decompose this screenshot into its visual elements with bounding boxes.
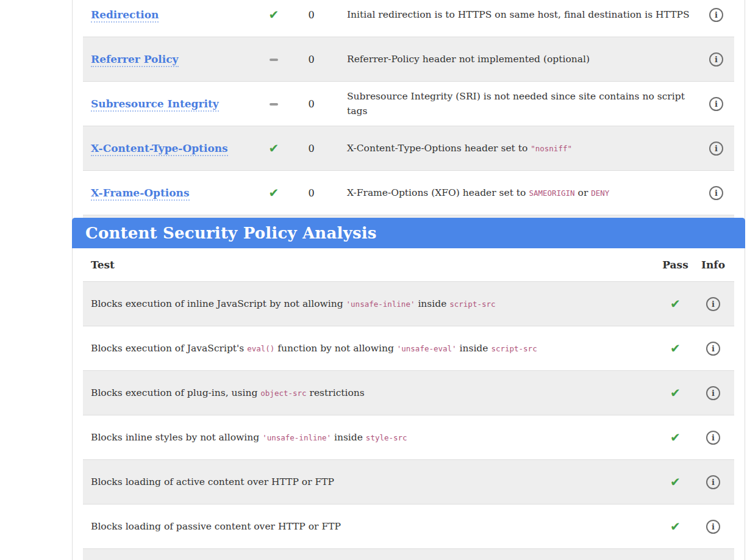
info-icon[interactable]: i [706,342,720,356]
score-table-row: X-Content-Type-Options✔0X-Content-Type-O… [83,126,734,171]
desc-text: inside [331,432,366,443]
csp-table-row: Clickjacking protection, using frame-anc… [83,549,734,560]
pass-status-cell: ✔ [659,282,692,326]
info-icon[interactable]: i [709,8,723,22]
desc-text: Blocks execution of JavaScript's [91,343,247,354]
info-icon[interactable]: i [709,52,723,66]
info-icon[interactable]: i [706,475,720,489]
test-link[interactable]: Redirection [91,9,159,23]
score-table-row: Redirection✔0Initial redirection is to H… [83,0,734,37]
info-circle-glyph: i [709,142,723,156]
csp-table-header-row: Test Pass Info [83,248,734,282]
test-link[interactable]: X-Content-Type-Options [91,142,228,156]
desc-text: Blocks execution of inline JavaScript by… [91,298,346,309]
csp-test-description: Blocks inline styles by not allowing 'un… [83,415,659,460]
csp-test-description: Blocks loading of active content over HT… [83,460,659,504]
info-circle-glyph: i [709,52,723,66]
csp-table-row: Blocks execution of plug-ins, using obje… [83,371,734,415]
pass-status-cell: ✔ [262,0,285,37]
pass-status-cell [262,37,285,82]
pass-check-icon: ✔ [670,475,681,489]
csp-table-row: Blocks inline styles by not allowing 'un… [83,415,734,460]
csp-table-row: Blocks execution of inline JavaScript by… [83,282,734,326]
info-icon[interactable]: i [706,431,720,445]
score-reason: Subresource Integrity (SRI) is not neede… [337,82,698,126]
score-value: 0 [285,126,337,171]
pass-check-icon: ✔ [670,341,681,356]
info-cell: i [692,371,734,415]
info-cell: i [692,415,734,460]
pass-check-icon: ✔ [670,519,681,534]
info-icon[interactable]: i [709,97,723,111]
desc-text: Blocks loading of passive content over H… [91,521,341,532]
neutral-dash-icon [270,59,278,61]
info-circle-glyph: i [709,8,723,22]
column-header-pass: Pass [659,248,692,282]
info-circle-glyph: i [706,520,720,534]
pass-status-cell: ✖ [659,549,692,560]
info-circle-glyph: i [709,97,723,111]
desc-text: inside [457,343,491,354]
test-link[interactable]: Subresource Integrity [91,98,219,112]
pass-check-icon: ✔ [269,7,279,22]
info-cell: i [692,549,734,560]
code-snippet: eval() [247,344,274,353]
info-icon[interactable]: i [706,520,720,534]
pass-status-cell: ✔ [262,126,285,171]
info-circle-glyph: i [706,386,720,400]
csp-test-description: Blocks execution of inline JavaScript by… [83,282,659,326]
csp-table: Test Pass Info Blocks execution of inlin… [83,248,734,560]
test-link[interactable]: X-Frame-Options [91,187,190,201]
test-name-cell: Subresource Integrity [83,82,262,126]
desc-text: Blocks execution of plug-ins, using [91,387,260,398]
info-icon[interactable]: i [709,186,723,200]
test-link[interactable]: Referrer Policy [91,53,179,67]
csp-table-row: Blocks execution of JavaScript's eval() … [83,326,734,371]
column-header-info: Info [692,248,734,282]
pass-status-cell: ✔ [659,326,692,371]
score-reason: Referrer-Policy header not implemented (… [337,37,698,82]
csp-section-title: Content Security Policy Analysis [85,224,377,242]
csp-panel-body: Test Pass Info Blocks execution of inlin… [73,248,745,560]
info-circle-glyph: i [706,342,720,356]
info-cell: i [692,282,734,326]
score-table-row: Subresource Integrity0Subresource Integr… [83,82,734,126]
desc-text: X-Content-Type-Options header set to [347,143,531,154]
info-cell: i [698,82,734,126]
csp-test-description: Clickjacking protection, using frame-anc… [83,549,659,560]
code-snippet: style-src [366,433,407,442]
code-snippet: script-src [449,300,495,309]
pass-status-cell: ✔ [659,460,692,504]
score-reason: Initial redirection is to HTTPS on same … [337,0,698,37]
test-name-cell: Referrer Policy [83,37,262,82]
pass-status-cell: ✔ [659,415,692,460]
pass-check-icon: ✔ [670,296,681,311]
code-snippet: 'unsafe-inline' [262,433,331,442]
code-snippet: "nosniff" [531,144,572,153]
info-icon[interactable]: i [706,297,720,311]
info-cell: i [698,171,734,215]
score-reason: X-Content-Type-Options header set to "no… [337,126,698,171]
pass-check-icon: ✔ [670,386,681,400]
csp-test-description: Blocks execution of plug-ins, using obje… [83,371,659,415]
info-icon[interactable]: i [709,142,723,156]
info-cell: i [692,460,734,504]
score-value: 0 [285,82,337,126]
info-circle-glyph: i [706,431,720,445]
score-table-row: X-Frame-Options✔0X-Frame-Options (XFO) h… [83,171,734,215]
desc-text: or [575,187,592,198]
info-cell: i [698,37,734,82]
code-snippet: script-src [491,344,537,353]
info-icon[interactable]: i [706,386,720,400]
csp-table-row: Blocks loading of passive content over H… [83,504,734,549]
test-name-cell: Redirection [83,0,262,37]
desc-text: Referrer-Policy header not implemented (… [347,54,590,65]
csp-test-description: Blocks loading of passive content over H… [83,504,659,549]
desc-text: restrictions [307,387,365,398]
info-circle-glyph: i [709,186,723,200]
test-name-cell: X-Frame-Options [83,171,262,215]
info-circle-glyph: i [706,475,720,489]
info-circle-glyph: i [706,297,720,311]
desc-text: function by not allowing [274,343,396,354]
info-cell: i [698,126,734,171]
